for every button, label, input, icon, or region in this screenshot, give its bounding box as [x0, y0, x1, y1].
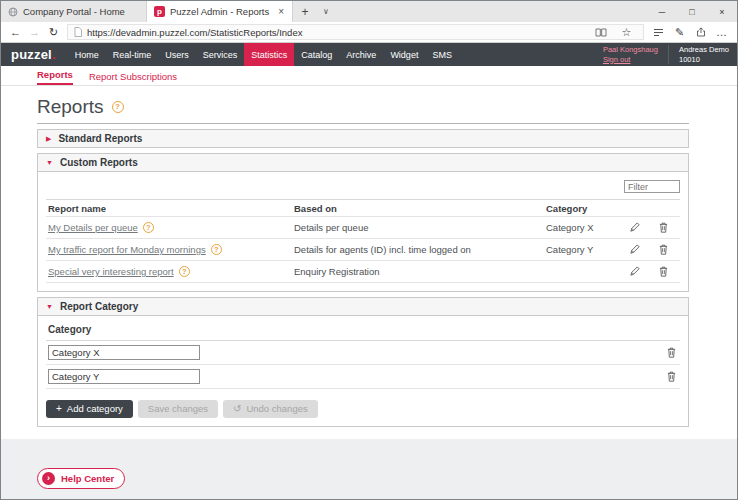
report-link[interactable]: Special very interesting report: [48, 266, 174, 277]
more-icon[interactable]: …: [711, 26, 732, 38]
standard-reports-section: ▶ Standard Reports: [37, 129, 689, 148]
help-center-button[interactable]: › Help Center: [37, 468, 125, 489]
reading-view-icon[interactable]: [590, 28, 611, 37]
edit-icon[interactable]: [620, 222, 648, 233]
puzzel-favicon-icon: p: [154, 6, 165, 17]
chevron-right-icon: ▶: [46, 135, 51, 142]
account-info: Andreas Demo 10010: [679, 45, 729, 65]
standard-reports-header[interactable]: ▶ Standard Reports: [38, 130, 688, 147]
based-on-cell: Details for agents (ID) incl. time logge…: [294, 244, 546, 255]
page-icon: [74, 27, 82, 37]
tab-report-subscriptions[interactable]: Report Subscriptions: [89, 71, 177, 85]
globe-icon: [8, 7, 18, 17]
new-tab-button[interactable]: +: [293, 1, 317, 22]
tab-title: Puzzel Admin - Reports: [170, 6, 272, 17]
page-title: Reports: [37, 96, 104, 118]
menu-item-users[interactable]: Users: [158, 43, 196, 66]
custom-reports-section: ▼ Custom Reports Report name Based on Ca…: [37, 153, 689, 292]
window-controls: ─ □ ×: [647, 1, 737, 22]
category-cell: Category X: [546, 222, 620, 233]
menu-item-archive[interactable]: Archive: [339, 43, 383, 66]
puzzel-logo: puzzel.: [11, 43, 56, 66]
url-field[interactable]: https://devadmin.puzzel.com/StatisticRep…: [67, 24, 644, 40]
maximize-button[interactable]: □: [677, 1, 707, 22]
sign-out-link[interactable]: Sign out: [603, 55, 658, 65]
col-report-name: Report name: [48, 203, 294, 214]
address-bar: ← → ↻ https://devadmin.puzzel.com/Statis…: [1, 22, 737, 43]
help-center-label: Help Center: [61, 473, 114, 484]
account-name: Andreas Demo: [679, 45, 729, 55]
undo-changes-button[interactable]: ↺ Undo changes: [223, 400, 318, 418]
tab-list-chevron-icon[interactable]: ∨: [317, 1, 335, 22]
menu-item-catalog[interactable]: Catalog: [294, 43, 339, 66]
menu-item-real-time[interactable]: Real-time: [106, 43, 159, 66]
hub-icon[interactable]: [648, 28, 669, 37]
table-row: My Details per queue ? Details per queue…: [46, 217, 680, 239]
based-on-cell: Enquiry Registration: [294, 266, 546, 277]
tab-company-portal[interactable]: Company Portal - Home: [1, 1, 147, 22]
title-divider: [37, 123, 689, 124]
share-icon[interactable]: [690, 27, 711, 37]
page-content: Reports ? ▶ Standard Reports ▼ Custom Re…: [1, 86, 737, 439]
report-category-header[interactable]: ▼ Report Category: [38, 298, 688, 315]
refresh-icon[interactable]: ↻: [44, 26, 63, 39]
main-menu: Home Real-time Users Services Statistics…: [68, 43, 459, 66]
edit-icon[interactable]: [620, 244, 648, 255]
forward-icon[interactable]: →: [25, 26, 44, 38]
help-icon[interactable]: ?: [179, 266, 190, 277]
url-text: https://devadmin.puzzel.com/StatisticRep…: [87, 27, 585, 38]
report-link[interactable]: My Details per queue: [48, 222, 138, 233]
category-name-input[interactable]: [48, 369, 200, 384]
main-navbar: puzzel. Home Real-time Users Services St…: [1, 43, 737, 66]
browser-tab-bar: Company Portal - Home p Puzzel Admin - R…: [1, 1, 737, 22]
report-category-section: ▼ Report Category Category: [37, 297, 689, 427]
tab-close-icon[interactable]: ×: [277, 6, 285, 17]
table-row: My traffic report for Monday mornings ? …: [46, 239, 680, 261]
category-column-header: Category: [48, 324, 91, 335]
browser-window: Company Portal - Home p Puzzel Admin - R…: [0, 0, 738, 500]
sub-navbar: Reports Report Subscriptions: [1, 66, 737, 86]
chevron-down-icon: ▼: [46, 159, 53, 166]
delete-icon[interactable]: [667, 371, 676, 382]
menu-item-widget[interactable]: Widget: [383, 43, 425, 66]
back-icon[interactable]: ←: [6, 26, 25, 38]
section-title: Standard Reports: [58, 133, 142, 144]
chevron-down-icon: ▼: [46, 303, 53, 310]
edit-icon[interactable]: [620, 266, 648, 277]
custom-reports-table: Report name Based on Category My Details…: [46, 199, 680, 283]
help-icon[interactable]: ?: [112, 101, 124, 113]
tab-title: Company Portal - Home: [23, 6, 139, 17]
plus-icon: +: [56, 404, 62, 414]
menu-item-sms[interactable]: SMS: [425, 43, 459, 66]
account-id: 10010: [679, 55, 729, 65]
category-name-input[interactable]: [48, 345, 200, 360]
favorites-star-icon[interactable]: ☆: [616, 26, 637, 39]
col-category: Category: [546, 203, 620, 214]
delete-icon[interactable]: [648, 244, 678, 255]
delete-icon[interactable]: [648, 222, 678, 233]
help-icon[interactable]: ?: [143, 222, 154, 233]
page-footer: › Help Center: [1, 439, 737, 499]
help-icon[interactable]: ?: [211, 244, 222, 255]
menu-item-home[interactable]: Home: [68, 43, 106, 66]
section-title: Custom Reports: [60, 157, 138, 168]
tab-puzzel-admin[interactable]: p Puzzel Admin - Reports ×: [147, 1, 293, 22]
delete-icon[interactable]: [667, 347, 676, 358]
minimize-button[interactable]: ─: [647, 1, 677, 22]
based-on-cell: Details per queue: [294, 222, 546, 233]
menu-item-services[interactable]: Services: [196, 43, 245, 66]
tab-reports[interactable]: Reports: [37, 69, 73, 85]
add-category-button[interactable]: + Add category: [46, 400, 133, 418]
logo-dot: .: [52, 47, 56, 62]
menu-item-statistics[interactable]: Statistics: [244, 43, 294, 66]
delete-icon[interactable]: [648, 266, 678, 277]
close-button[interactable]: ×: [707, 1, 737, 22]
web-note-icon[interactable]: ✎: [669, 26, 690, 39]
category-cell: Category Y: [546, 244, 620, 255]
filter-input[interactable]: [624, 180, 680, 193]
report-link[interactable]: My traffic report for Monday mornings: [48, 244, 206, 255]
save-changes-button[interactable]: Save changes: [138, 400, 218, 418]
signed-in-user: Paal Kongshaug Sign out: [603, 45, 669, 65]
custom-reports-header[interactable]: ▼ Custom Reports: [38, 154, 688, 171]
table-header-row: Report name Based on Category: [46, 199, 680, 217]
